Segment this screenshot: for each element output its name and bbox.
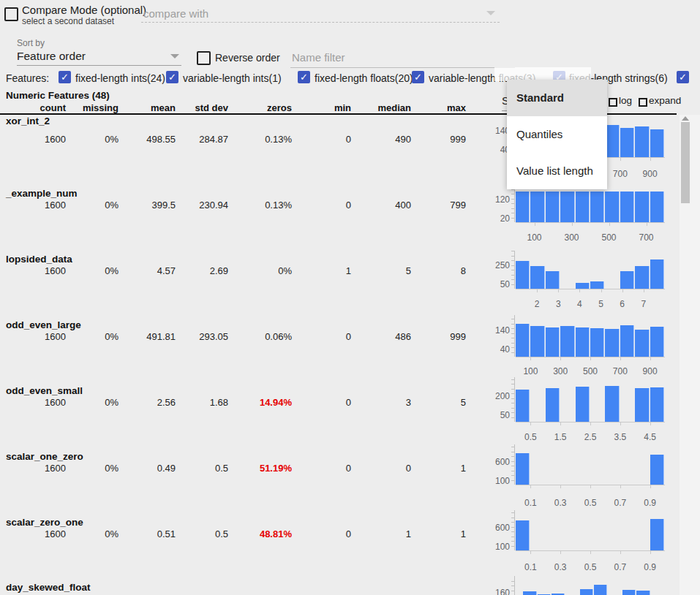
feature-type-checkbox[interactable]: ✓ — [298, 71, 310, 83]
reverse-order-checkbox[interactable] — [197, 51, 211, 65]
column-header-missing: missing — [60, 102, 118, 113]
stat-min: 0 — [293, 331, 351, 342]
histogram-bar — [516, 324, 530, 357]
histogram-bar — [620, 128, 634, 157]
y-axis-tick — [511, 347, 514, 348]
compare-mode-sublabel: select a second dataset — [22, 16, 114, 26]
stat-mean: 0.49 — [117, 463, 176, 474]
x-axis-tick — [530, 422, 531, 425]
compare-with-dropdown-icon[interactable] — [486, 11, 495, 15]
histogram-bar — [523, 591, 536, 595]
stat-min: 1 — [293, 265, 351, 276]
feature-name: day_skewed_float — [6, 582, 91, 593]
histogram-bar — [546, 271, 560, 289]
histogram-bar — [516, 261, 530, 289]
y-axis-label: 50 — [481, 410, 510, 420]
sort-by-dropdown-icon[interactable] — [170, 54, 179, 58]
reverse-order-label: Reverse order — [215, 52, 280, 64]
x-axis-tick — [560, 357, 561, 360]
stat-min: 0 — [293, 397, 351, 408]
stat-max: 999 — [407, 331, 466, 342]
y-axis-tick — [511, 480, 514, 481]
y-axis-tick — [511, 389, 514, 390]
feature-type-checkbox[interactable]: ✓ — [412, 71, 424, 83]
y-axis-label: 40 — [481, 344, 510, 355]
histogram-bar — [530, 266, 544, 289]
expand-checkbox-box[interactable] — [639, 98, 647, 107]
compare-mode-checkbox[interactable] — [4, 7, 18, 21]
log-checkbox-box[interactable] — [609, 98, 617, 107]
y-axis-tick — [511, 541, 514, 542]
y-axis-tick — [511, 456, 514, 457]
x-axis-tick — [530, 485, 531, 488]
column-header-mean: mean — [117, 102, 176, 113]
compare-with-input[interactable]: compare with — [143, 7, 208, 20]
x-axis-label: 0.1 — [514, 562, 546, 572]
y-axis-tick — [511, 466, 514, 466]
log-checkbox[interactable] — [609, 96, 617, 110]
expand-checkbox[interactable] — [639, 96, 647, 110]
x-axis-line — [516, 289, 665, 289]
x-axis-label: 100 — [514, 366, 546, 376]
stat-missing: 0% — [60, 331, 118, 342]
y-axis-line — [514, 315, 515, 357]
scrollbar-thumb[interactable] — [681, 122, 690, 203]
y-axis-tick — [511, 398, 514, 399]
histogram-bar — [650, 129, 664, 157]
feature-type-label: fixed-length ints(24) — [75, 72, 165, 84]
feature-type-checkbox[interactable]: ✓ — [677, 71, 689, 83]
y-axis-label: 160 — [481, 588, 510, 595]
numeric-features-title: Numeric Features (48) — [6, 90, 110, 101]
stat-std_dev: 284.87 — [170, 134, 228, 145]
y-axis-label: 200 — [481, 391, 510, 401]
x-axis-tick — [530, 357, 531, 360]
y-axis-tick — [511, 284, 514, 285]
scrollbar[interactable] — [680, 115, 700, 595]
x-axis-tick — [620, 551, 621, 554]
y-axis-tick — [511, 518, 514, 518]
y-axis-tick — [511, 194, 514, 194]
menu-item-value-list-length[interactable]: Value list length — [507, 153, 607, 189]
y-axis-tick — [511, 203, 514, 204]
stat-zeros: 48.81% — [233, 528, 292, 539]
y-axis-label: 120 — [481, 194, 510, 205]
feature-type-checkbox[interactable]: ✓ — [59, 71, 71, 83]
histogram-bar — [576, 192, 590, 222]
name-filter-input[interactable]: Name filter — [292, 51, 345, 64]
stat-std_dev: 293.05 — [170, 331, 228, 342]
histogram-bar — [635, 330, 649, 357]
y-axis-tick — [511, 537, 514, 537]
stat-missing: 0% — [60, 134, 118, 145]
histogram-bar — [605, 329, 619, 357]
y-axis-tick — [511, 408, 514, 409]
y-axis-tick — [511, 338, 514, 338]
histogram-bar — [635, 266, 649, 289]
y-axis-tick — [511, 417, 514, 418]
y-axis-tick — [511, 585, 514, 586]
feature-name: lopsided_data — [6, 254, 72, 265]
scrollbar-up-arrow-icon[interactable] — [682, 116, 689, 121]
histogram-bar — [546, 388, 560, 422]
x-axis-label: 7 — [628, 299, 660, 309]
feature-type-checkbox[interactable]: ✓ — [166, 71, 178, 83]
histogram-bar — [650, 192, 664, 222]
stat-max: 1 — [407, 528, 466, 539]
histogram-bar — [560, 192, 574, 222]
menu-item-standard[interactable]: Standard — [507, 80, 607, 116]
sort-by-select[interactable]: Feature order — [17, 50, 86, 63]
stat-zeros: 51.19% — [233, 463, 292, 474]
histogram-bar — [605, 125, 619, 157]
histogram-bar — [650, 455, 664, 485]
x-axis-tick — [558, 289, 559, 292]
x-axis-label: 0.7 — [604, 498, 636, 508]
y-axis-tick — [511, 546, 514, 547]
x-axis-tick — [537, 289, 538, 292]
histogram-bar — [620, 192, 634, 222]
x-axis-label: 1.5 — [544, 432, 576, 442]
y-axis-tick — [511, 265, 514, 266]
stat-std_dev: 1.68 — [170, 397, 228, 408]
y-axis-tick — [511, 279, 514, 280]
sort-by-underline — [17, 65, 181, 66]
stat-mean: 491.81 — [117, 331, 176, 342]
menu-item-quantiles[interactable]: Quantiles — [507, 116, 607, 153]
